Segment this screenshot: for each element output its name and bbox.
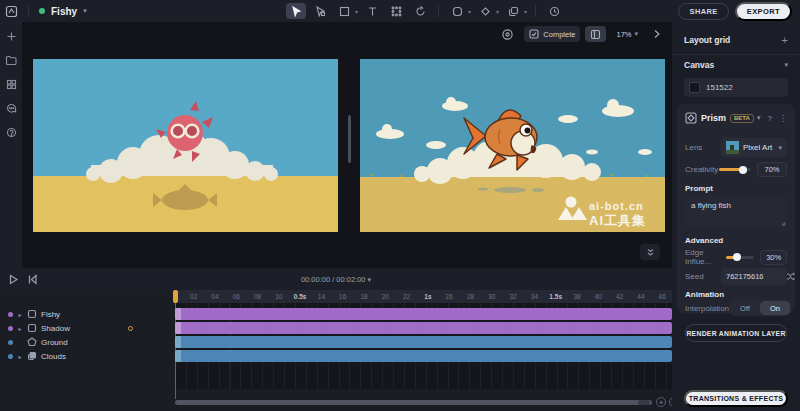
- creativity-slider[interactable]: [719, 168, 751, 171]
- files-folder-button[interactable]: [0, 50, 22, 70]
- ruler-label: 22: [396, 290, 417, 303]
- resize-handle-icon[interactable]: ◢: [781, 220, 785, 226]
- canvas-controls: Complete 17% ▾: [496, 26, 666, 42]
- layer-expand-chevron-icon[interactable]: ▸: [17, 353, 23, 360]
- layers-tool-button[interactable]: [503, 3, 523, 19]
- track-bar-clouds[interactable]: [175, 350, 672, 362]
- lens-thumbnail: [726, 141, 739, 154]
- rectangle-tool-button[interactable]: [334, 3, 354, 19]
- canvas-color-field[interactable]: 151522: [684, 78, 788, 97]
- panel-toggle-button[interactable]: [585, 26, 606, 42]
- time-display-chevron-icon: ▾: [368, 276, 372, 283]
- animation-label: Animation: [685, 290, 724, 299]
- layer-row-ground[interactable]: Ground: [0, 335, 175, 349]
- edge-influence-slider[interactable]: [726, 256, 754, 259]
- divider: [535, 5, 536, 17]
- shuffle-icon[interactable]: [786, 272, 795, 281]
- ruler-label: 04: [204, 290, 225, 303]
- transport-bar: 00:00:00 / 00:02:00 ▾: [0, 268, 672, 290]
- render-animation-layer-button[interactable]: RENDER ANIMATION LAYER: [685, 324, 787, 342]
- creativity-row: Creativity 70%: [685, 162, 787, 177]
- track-bar-ground[interactable]: [175, 336, 672, 348]
- assets-grid-button[interactable]: [0, 74, 22, 94]
- component-tool-button[interactable]: [475, 3, 495, 19]
- frame-preview-render[interactable]: ai-bot.cn AI工具集: [360, 59, 665, 232]
- lens-dropdown[interactable]: Pixel Art ▾: [721, 138, 787, 157]
- time-display[interactable]: 00:00:00 / 00:02:00 ▾: [0, 275, 672, 284]
- prism-header[interactable]: Prism BETA ▾ ? ⋮: [685, 112, 787, 124]
- ruler-label: 42: [609, 290, 630, 303]
- layer-expand-chevron-icon[interactable]: ▸: [17, 325, 23, 332]
- select-tool-button[interactable]: [286, 3, 306, 19]
- main-toolbar: ▾ ▾ ▾ ▾: [286, 0, 564, 22]
- app-logo-icon[interactable]: [5, 5, 18, 18]
- help-button[interactable]: [0, 122, 22, 142]
- right-panel: Layout grid + Canvas ▾ 151522 Prism BETA…: [672, 22, 800, 411]
- snapshot-icon[interactable]: [496, 26, 519, 42]
- next-arrow-button[interactable]: [648, 26, 666, 42]
- seed-row: Seed: [685, 268, 787, 285]
- layers-tool-caret-icon[interactable]: ▾: [524, 8, 527, 15]
- timeline-ruler[interactable]: 02040608100.5s14161820221s26283032341.5s…: [175, 290, 672, 303]
- transform-tool-button[interactable]: [386, 3, 406, 19]
- seed-field[interactable]: [721, 268, 787, 285]
- prism-more-icon[interactable]: ⋮: [779, 114, 787, 123]
- ruler-label: 32: [502, 290, 523, 303]
- text-tool-button[interactable]: [362, 3, 382, 19]
- prism-chevron-icon[interactable]: ▾: [757, 114, 761, 122]
- edge-influence-value[interactable]: 30%: [760, 250, 787, 265]
- export-button[interactable]: EXPORT: [735, 2, 792, 21]
- shape-tool-button[interactable]: [447, 3, 467, 19]
- layout-grid-add-icon[interactable]: +: [782, 34, 788, 46]
- direct-select-tool-button[interactable]: [310, 3, 330, 19]
- creativity-value[interactable]: 70%: [757, 162, 787, 177]
- color-swatch[interactable]: [689, 82, 700, 93]
- ruler-label: 1.5s: [545, 290, 566, 303]
- layout-grid-row[interactable]: Layout grid +: [684, 34, 788, 46]
- share-button[interactable]: SHARE: [678, 3, 728, 20]
- ruler-label: 26: [439, 290, 460, 303]
- layer-expand-chevron-icon[interactable]: ▸: [17, 311, 23, 318]
- canvas-area[interactable]: Complete 17% ▾: [22, 22, 672, 268]
- prism-help-icon[interactable]: ?: [768, 114, 772, 123]
- timeline-zoom-in-button[interactable]: +: [656, 397, 666, 407]
- track-bar-fishy[interactable]: [175, 308, 672, 320]
- history-button[interactable]: [544, 3, 564, 19]
- playhead-handle[interactable]: [173, 290, 178, 303]
- transitions-effects-button[interactable]: TRANSITIONS & EFFECTS: [684, 390, 788, 407]
- collapse-panel-button[interactable]: [640, 244, 660, 260]
- track-bar-shadow[interactable]: [175, 322, 672, 334]
- layer-row-fishy[interactable]: ▸ Fishy: [0, 307, 175, 321]
- edge-influence-row: Edge Influe... 30%: [685, 248, 787, 266]
- prompt-textarea[interactable]: a flying fish ◢: [685, 196, 787, 228]
- seed-input[interactable]: [726, 268, 782, 285]
- top-bar: Fishy ▾ ▾ ▾: [0, 0, 800, 22]
- component-tool-caret-icon[interactable]: ▾: [496, 8, 499, 15]
- ruler-label: 40: [588, 290, 609, 303]
- frame-preview-source[interactable]: [33, 59, 338, 232]
- canvas-section-row[interactable]: Canvas ▾: [684, 60, 788, 70]
- interpolation-off-button[interactable]: Off: [730, 301, 760, 315]
- shape-tool-caret-icon[interactable]: ▾: [468, 8, 471, 15]
- doc-menu-chevron-icon[interactable]: ▾: [83, 7, 87, 15]
- feedback-chat-button[interactable]: [0, 98, 22, 118]
- rotate-tool-button[interactable]: [410, 3, 430, 19]
- rectangle-tool-caret-icon[interactable]: ▾: [355, 8, 358, 15]
- divider: [438, 5, 439, 17]
- playhead-line[interactable]: [175, 303, 176, 399]
- timeline-tracks[interactable]: [175, 303, 672, 389]
- ruler-label: 0.5s: [289, 290, 310, 303]
- layer-row-clouds[interactable]: ▸ Clouds: [0, 349, 175, 363]
- interpolation-toggle: Off On: [729, 300, 791, 316]
- add-button[interactable]: [0, 26, 22, 46]
- ruler-label: 44: [630, 290, 651, 303]
- zoom-dropdown[interactable]: 17% ▾: [611, 26, 643, 42]
- canvas-section-chevron-icon[interactable]: ▾: [784, 61, 788, 69]
- layer-row-shadow[interactable]: ▸ Shadow: [0, 321, 175, 335]
- canvas-scrollbar[interactable]: [348, 115, 351, 163]
- timeline-scrollbar[interactable]: [175, 400, 652, 405]
- keyframe-indicator[interactable]: [128, 326, 133, 331]
- prism-section: Prism BETA ▾ ? ⋮ Lens Pixel Art ▾ Creati…: [677, 104, 795, 314]
- complete-button[interactable]: Complete: [524, 26, 580, 42]
- interpolation-on-button[interactable]: On: [760, 301, 790, 315]
